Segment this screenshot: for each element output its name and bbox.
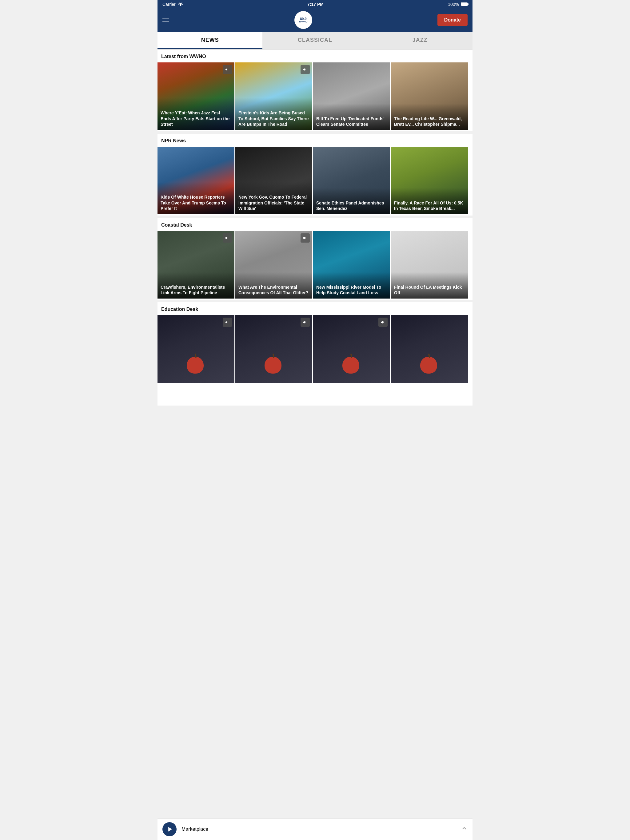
status-right: 100% <box>448 2 468 7</box>
logo-call-sign: WWNO <box>299 21 307 24</box>
audio-icon <box>378 317 388 327</box>
news-card[interactable]: Finally, A Race For All Of Us: 0.5K In T… <box>391 147 468 214</box>
card-title: What Are The Environmental Consequences … <box>238 284 309 295</box>
news-card[interactable]: Bill To Free-Up 'Dedicated Funds' Clears… <box>313 62 390 130</box>
audio-icon <box>223 317 232 327</box>
status-left: Carrier <box>162 2 183 7</box>
logo-number: 89.9 <box>299 17 307 21</box>
card-title: Senate Ethics Panel Admonishes Sen. Mene… <box>316 200 387 211</box>
news-card[interactable]: Senate Ethics Panel Admonishes Sen. Mene… <box>313 147 390 214</box>
battery-icon <box>461 2 468 6</box>
card-title: Einstein's Kids Are Being Bused To Schoo… <box>238 110 309 127</box>
card-overlay: New Mississippi River Model To Help Stud… <box>313 272 390 298</box>
news-card[interactable]: What Are The Environmental Consequences … <box>235 231 312 298</box>
card-overlay: Senate Ethics Panel Admonishes Sen. Mene… <box>313 188 390 214</box>
news-card[interactable]: Crawfishers, Environmentalists Link Arms… <box>157 231 234 298</box>
card-title: Crawfishers, Environmentalists Link Arms… <box>161 284 231 295</box>
news-card[interactable]: Kids Of White House Reporters Take Over … <box>157 147 234 214</box>
menu-button[interactable] <box>162 18 169 22</box>
card-overlay: Where Y'Eat: When Jazz Fest Ends After P… <box>157 98 234 130</box>
card-title: Finally, A Race For All Of Us: 0.5K In T… <box>394 200 465 211</box>
news-card[interactable]: New Mississippi River Model To Help Stud… <box>313 231 390 298</box>
donate-button[interactable]: Donate <box>437 14 468 26</box>
card-title: New Mississippi River Model To Help Stud… <box>316 284 387 295</box>
section-label-wwno: Latest from WWNO <box>157 49 473 62</box>
news-card[interactable]: Where Y'Eat: When Jazz Fest Ends After P… <box>157 62 234 130</box>
tab-classical[interactable]: CLASSICAL <box>263 32 367 49</box>
card-overlay: Einstein's Kids Are Being Bused To Schoo… <box>235 98 312 130</box>
card-overlay: New York Gov. Cuomo To Federal Immigrati… <box>235 182 312 214</box>
news-card[interactable]: New York Gov. Cuomo To Federal Immigrati… <box>235 147 312 214</box>
news-card[interactable] <box>313 315 390 383</box>
status-bar: Carrier 7:17 PM 100% <box>157 0 473 9</box>
section-label-coastal: Coastal Desk <box>157 218 473 231</box>
tab-jazz[interactable]: JAZZ <box>367 32 473 49</box>
section-label-npr: NPR News <box>157 134 473 147</box>
card-overlay: Kids Of White House Reporters Take Over … <box>157 182 234 214</box>
news-card[interactable]: The Reading Life W... Greenwald, Brett E… <box>391 62 468 130</box>
news-card[interactable] <box>391 315 468 383</box>
card-title: The Reading Life W... Greenwald, Brett E… <box>394 116 465 127</box>
card-title: Final Round Of LA Meetings Kick Off <box>394 284 465 295</box>
section-label-education: Education Desk <box>157 302 473 315</box>
news-card[interactable]: Final Round Of LA Meetings Kick Off <box>391 231 468 298</box>
audio-icon <box>301 234 310 243</box>
coastal-grid: Crawfishers, Environmentalists Link Arms… <box>157 231 473 300</box>
card-overlay: Bill To Free-Up 'Dedicated Funds' Clears… <box>313 104 390 130</box>
news-card[interactable]: Einstein's Kids Are Being Bused To Schoo… <box>235 62 312 130</box>
audio-icon <box>223 234 232 243</box>
wifi-icon <box>178 2 183 7</box>
tab-news[interactable]: NEWS <box>157 32 263 49</box>
carrier-label: Carrier <box>162 2 176 7</box>
main-content: Latest from WWNO Where Y'Eat: When Jazz … <box>157 49 473 406</box>
audio-icon <box>301 65 310 74</box>
npr-grid: Kids Of White House Reporters Take Over … <box>157 147 473 216</box>
education-grid <box>157 315 473 384</box>
wwno-grid: Where Y'Eat: When Jazz Fest Ends After P… <box>157 62 473 131</box>
card-overlay: Finally, A Race For All Of Us: 0.5K In T… <box>391 188 468 214</box>
card-title: Kids Of White House Reporters Take Over … <box>161 194 231 211</box>
audio-icon <box>301 317 310 327</box>
card-overlay: Crawfishers, Environmentalists Link Arms… <box>157 272 234 298</box>
logo: 89.9 WWNO <box>294 11 312 29</box>
status-time: 7:17 PM <box>307 2 324 7</box>
card-title: Where Y'Eat: When Jazz Fest Ends After P… <box>161 110 231 127</box>
header: 89.9 WWNO Donate <box>157 9 473 32</box>
card-overlay: Final Round Of LA Meetings Kick Off <box>391 272 468 298</box>
battery-percent: 100% <box>448 2 459 7</box>
audio-icon <box>223 65 232 74</box>
news-card[interactable] <box>157 315 234 383</box>
card-overlay: The Reading Life W... Greenwald, Brett E… <box>391 104 468 130</box>
news-card[interactable] <box>235 315 312 383</box>
card-title: Bill To Free-Up 'Dedicated Funds' Clears… <box>316 116 387 127</box>
tab-bar: NEWS CLASSICAL JAZZ <box>157 32 473 49</box>
card-title: New York Gov. Cuomo To Federal Immigrati… <box>238 194 309 211</box>
card-overlay: What Are The Environmental Consequences … <box>235 272 312 298</box>
